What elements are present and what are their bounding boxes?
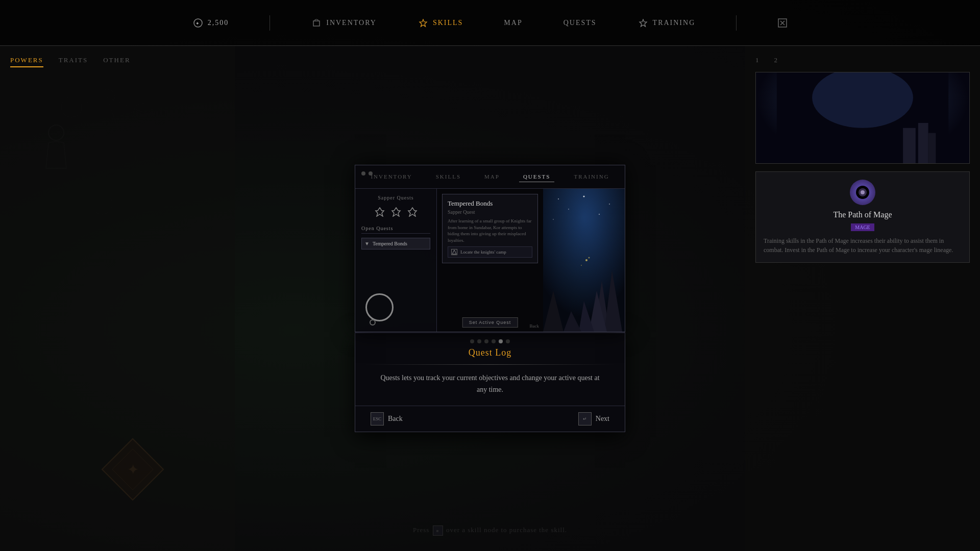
quest-type: Sapper Quest bbox=[448, 209, 532, 215]
quest-window: INVENTORY SKILLS MAP QUESTS TRAINING Sap… bbox=[355, 165, 625, 332]
currency-icon: ✦ bbox=[192, 17, 204, 29]
item-badge: MAGE bbox=[851, 223, 874, 231]
tutorial-buttons: ESC Back ↵ Next bbox=[355, 406, 625, 432]
svg-marker-34 bbox=[452, 250, 456, 254]
svg-point-50 bbox=[581, 265, 582, 266]
quest-title: Tempered Bonds bbox=[448, 199, 532, 208]
top-navigation: ✦ 2,500 INVENTORY SKILLS MAP QUESTS TRAI… bbox=[0, 0, 980, 46]
svg-rect-19 bbox=[313, 21, 320, 26]
tab-traits[interactable]: TRAITS bbox=[59, 56, 88, 67]
svg-rect-25 bbox=[918, 123, 928, 163]
item-icon bbox=[850, 180, 875, 205]
tutorial-dot-5 bbox=[499, 339, 503, 343]
circle-inner bbox=[370, 319, 376, 325]
circle-outer bbox=[365, 293, 394, 321]
quest-tab-inventory[interactable]: INVENTORY bbox=[366, 171, 416, 182]
quest-list-icon: ▼ bbox=[364, 241, 370, 246]
nav-item-training[interactable]: TRAINING bbox=[638, 17, 696, 29]
svg-marker-31 bbox=[376, 208, 384, 216]
thumbnail-bg bbox=[756, 72, 969, 163]
svg-point-41 bbox=[553, 219, 554, 220]
tab-other[interactable]: OTHER bbox=[103, 56, 130, 67]
tier-icon-2 bbox=[390, 206, 402, 218]
nav-close[interactable] bbox=[777, 18, 788, 28]
nav-item-map[interactable]: MAP bbox=[504, 19, 522, 27]
objective-icon bbox=[451, 249, 457, 255]
right-item-card: The Path of Mage MAGE Training skills in… bbox=[755, 171, 970, 263]
right-panel: 1 2 bbox=[745, 46, 980, 551]
open-quests-label: Open Quests bbox=[361, 226, 430, 234]
nav-item-skills[interactable]: SKILLS bbox=[418, 17, 463, 29]
training-icon bbox=[638, 17, 649, 29]
tutorial-dot-4 bbox=[492, 339, 496, 343]
nav-divider-2 bbox=[736, 15, 737, 31]
quest-list-name: Tempered Bonds bbox=[373, 241, 407, 246]
tutorial-dot-2 bbox=[477, 339, 481, 343]
tier-icon-1 bbox=[374, 206, 386, 218]
back-key-icon: ESC bbox=[371, 412, 384, 425]
next-button[interactable]: ↵ Next bbox=[578, 412, 609, 425]
inventory-icon bbox=[311, 17, 322, 29]
tutorial-panel: Quest Log Quests lets you track your cur… bbox=[355, 332, 625, 432]
svg-marker-32 bbox=[392, 208, 400, 216]
quest-tier-icons bbox=[361, 206, 430, 218]
svg-point-39 bbox=[568, 209, 569, 210]
indicator-1 bbox=[361, 171, 365, 176]
svg-point-49 bbox=[589, 257, 590, 259]
modal-overlay: INVENTORY SKILLS MAP QUESTS TRAINING Sap… bbox=[235, 46, 745, 551]
currency-display: ✦ 2,500 bbox=[192, 17, 229, 29]
back-button[interactable]: ESC Back bbox=[371, 412, 403, 425]
quest-window-tabs: INVENTORY SKILLS MAP QUESTS TRAINING bbox=[355, 165, 625, 189]
quest-description: After learning of a small group of Knigh… bbox=[448, 218, 532, 243]
quest-tab-map[interactable]: MAP bbox=[480, 171, 504, 182]
item-description: Training skills in the Path of Mage incr… bbox=[764, 236, 962, 255]
nav-item-inventory[interactable]: INVENTORY bbox=[311, 17, 377, 29]
svg-point-38 bbox=[609, 204, 610, 205]
tutorial-title: Quest Log bbox=[355, 347, 625, 358]
back-button-small[interactable]: Back bbox=[530, 323, 540, 329]
item-title: The Path of Mage bbox=[764, 210, 962, 219]
objective-text: Locate the knights' camp bbox=[460, 249, 506, 255]
svg-text:✦: ✦ bbox=[195, 21, 201, 26]
tier-icon-3 bbox=[406, 206, 419, 218]
quest-sidebar-title: Sapper Quests bbox=[361, 195, 430, 201]
right-panel-header: 1 2 bbox=[755, 56, 970, 64]
svg-rect-27 bbox=[903, 128, 916, 163]
nav-item-quests[interactable]: QUESTS bbox=[564, 19, 597, 27]
left-panel-tabs: POWERS TRAITS OTHER bbox=[10, 56, 225, 67]
tab-powers[interactable]: POWERS bbox=[10, 56, 43, 67]
left-panel-content: POWERS TRAITS OTHER bbox=[0, 46, 235, 88]
quest-content: Sapper Quests Open Quests ▼ Tempered Bon bbox=[355, 189, 625, 332]
quest-tab-skills[interactable]: SKILLS bbox=[432, 171, 465, 182]
right-num-2: 2 bbox=[774, 56, 778, 64]
tutorial-dot-3 bbox=[484, 339, 488, 343]
quest-tab-training[interactable]: TRAINING bbox=[570, 171, 613, 182]
next-key-icon: ↵ bbox=[578, 412, 592, 425]
svg-point-40 bbox=[599, 214, 600, 215]
back-label: Back bbox=[388, 415, 403, 423]
set-active-quest-button[interactable]: Set Active Quest bbox=[462, 317, 518, 328]
tutorial-dot-6 bbox=[506, 339, 510, 343]
svg-marker-20 bbox=[420, 19, 427, 27]
quest-detail: Tempered Bonds Sapper Quest After learni… bbox=[437, 189, 543, 332]
quest-objective: Locate the knights' camp bbox=[448, 246, 532, 258]
quest-detail-card: Tempered Bonds Sapper Quest After learni… bbox=[442, 194, 538, 263]
svg-point-36 bbox=[558, 198, 559, 199]
tutorial-divider bbox=[365, 364, 615, 365]
tutorial-text: Quests lets you track your current objec… bbox=[355, 372, 625, 395]
svg-marker-33 bbox=[408, 208, 416, 216]
right-panel-numbers: 1 2 bbox=[755, 56, 777, 64]
quest-minimap-indicator bbox=[365, 293, 394, 321]
right-num-1: 1 bbox=[755, 56, 759, 64]
svg-rect-26 bbox=[928, 133, 936, 163]
svg-point-30 bbox=[861, 190, 865, 194]
nav-divider bbox=[270, 15, 270, 31]
left-panel: POWERS TRAITS OTHER bbox=[0, 46, 235, 551]
quest-tab-quests[interactable]: QUESTS bbox=[519, 171, 555, 182]
svg-marker-21 bbox=[640, 19, 647, 27]
right-panel-inner: 1 2 bbox=[745, 46, 980, 278]
svg-point-48 bbox=[585, 259, 587, 261]
indicator-2 bbox=[369, 171, 373, 176]
window-indicators bbox=[361, 171, 373, 176]
quest-list-item-tempered-bonds[interactable]: ▼ Tempered Bonds bbox=[361, 238, 430, 249]
